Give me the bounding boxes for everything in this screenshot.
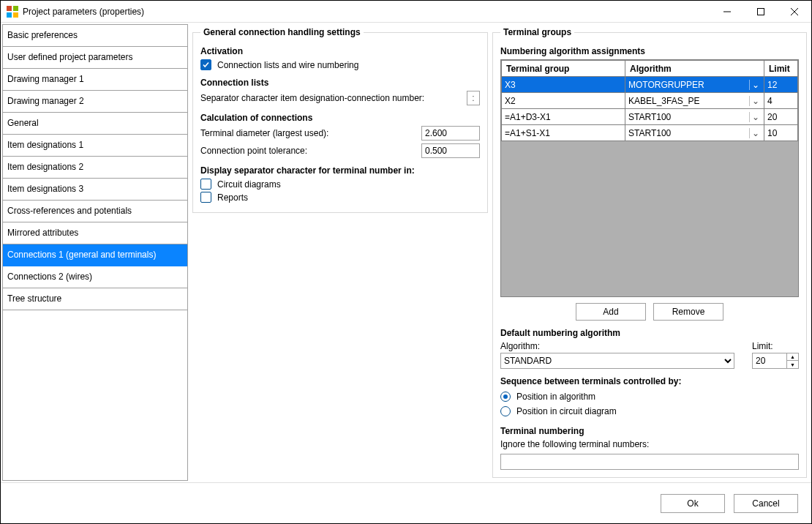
cell-terminal-group[interactable]: X3 bbox=[502, 77, 625, 93]
table-row[interactable]: X2KABEL_3FAS_PE⌄4 bbox=[502, 93, 798, 109]
display-sep-head: Display separator character for terminal… bbox=[200, 165, 480, 176]
sidebar-item[interactable]: Connections 2 (wires) bbox=[3, 266, 187, 288]
svg-rect-3 bbox=[13, 12, 18, 18]
sequence-head: Sequence between terminals controlled by… bbox=[500, 376, 799, 386]
calc-head: Calculation of connections bbox=[200, 113, 480, 123]
cell-terminal-group[interactable]: X2 bbox=[502, 93, 625, 109]
display-reports-checkbox[interactable] bbox=[200, 192, 211, 203]
sidebar-nav: Basic preferencesUser defined project pa… bbox=[2, 24, 188, 481]
cell-algorithm[interactable]: START100⌄ bbox=[625, 125, 764, 141]
default-algo-head: Default numbering algorithm bbox=[500, 328, 799, 338]
chevron-down-icon[interactable]: ⌄ bbox=[749, 112, 761, 122]
sidebar-item[interactable]: User defined project parameters bbox=[3, 47, 187, 69]
cell-limit[interactable]: 10 bbox=[764, 125, 798, 141]
sidebar-item[interactable]: Item designations 3 bbox=[3, 179, 187, 201]
numbering-assignments-head: Numbering algorithm assignments bbox=[500, 46, 799, 56]
assignments-table[interactable]: Terminal group Algorithm Limit X3MOTORGR… bbox=[500, 59, 799, 297]
chevron-down-icon[interactable]: ⌄ bbox=[749, 80, 761, 90]
connection-tolerance-input[interactable] bbox=[421, 143, 480, 158]
activation-head: Activation bbox=[200, 46, 480, 56]
window-title: Project parameters (properties) bbox=[23, 7, 144, 17]
svg-rect-4 bbox=[758, 8, 764, 15]
terminal-groups-group: Terminal groups Numbering algorithm assi… bbox=[492, 27, 807, 478]
svg-rect-1 bbox=[13, 6, 18, 11]
ignore-input[interactable] bbox=[500, 454, 799, 470]
main-area: General connection handling settings Act… bbox=[189, 24, 810, 481]
table-row[interactable]: X3MOTORGRUPPER⌄12 bbox=[502, 77, 798, 93]
default-limit-spinner[interactable]: ▲ ▼ bbox=[752, 353, 799, 369]
connection-lists-head: Connection lists bbox=[200, 78, 480, 88]
sidebar-item[interactable]: Basic preferences bbox=[3, 25, 187, 47]
radio-position-algorithm[interactable] bbox=[500, 392, 511, 402]
activation-checkbox[interactable] bbox=[200, 59, 211, 70]
activation-checkbox-label: Connection lists and wire numbering bbox=[217, 60, 358, 70]
chevron-down-icon[interactable]: ⌄ bbox=[749, 96, 761, 106]
ignore-label: Ignore the following terminal numbers: bbox=[500, 439, 799, 449]
general-settings-group: General connection handling settings Act… bbox=[192, 27, 488, 213]
connection-tolerance-label: Connection point tolerance: bbox=[200, 146, 421, 156]
dialog-footer: Ok Cancel bbox=[1, 482, 811, 523]
cell-terminal-group[interactable]: =A1+D3-X1 bbox=[502, 109, 625, 125]
remove-button[interactable]: Remove bbox=[653, 303, 723, 321]
separator-label: Separator character item designation-con… bbox=[200, 93, 467, 103]
sidebar-item[interactable]: Item designations 2 bbox=[3, 157, 187, 179]
body: Basic preferencesUser defined project pa… bbox=[1, 23, 811, 482]
default-limit-label: Limit: bbox=[752, 341, 799, 351]
sidebar-item[interactable]: Connections 1 (general and terminals) bbox=[3, 244, 187, 266]
sidebar-item[interactable]: General bbox=[3, 113, 187, 135]
svg-rect-2 bbox=[7, 12, 12, 18]
spin-down-icon[interactable]: ▼ bbox=[787, 361, 799, 369]
table-row[interactable]: =A1+D3-X1START100⌄20 bbox=[502, 109, 798, 125]
cell-algorithm[interactable]: KABEL_3FAS_PE⌄ bbox=[625, 93, 764, 109]
spin-up-icon[interactable]: ▲ bbox=[787, 353, 799, 361]
display-circuit-checkbox[interactable] bbox=[200, 179, 211, 190]
cancel-button[interactable]: Cancel bbox=[734, 494, 798, 513]
cell-algorithm[interactable]: MOTORGRUPPER⌄ bbox=[625, 77, 764, 93]
chevron-down-icon[interactable]: ⌄ bbox=[749, 128, 761, 138]
titlebar: Project parameters (properties) bbox=[1, 1, 811, 23]
general-settings-title: General connection handling settings bbox=[200, 27, 364, 37]
default-algo-select[interactable]: STANDARD bbox=[500, 353, 734, 369]
display-reports-label: Reports bbox=[217, 192, 248, 203]
table-row[interactable]: =A1+S1-X1START100⌄10 bbox=[502, 125, 798, 141]
col-algorithm[interactable]: Algorithm bbox=[625, 61, 764, 77]
cell-limit[interactable]: 12 bbox=[764, 77, 798, 93]
terminal-groups-title: Terminal groups bbox=[500, 27, 574, 37]
app-icon bbox=[7, 6, 18, 18]
terminal-diameter-label: Terminal diameter (largest used): bbox=[200, 128, 421, 138]
radio-position-algorithm-label: Position in algorithm bbox=[516, 392, 595, 402]
cell-limit[interactable]: 4 bbox=[764, 93, 798, 109]
separator-input[interactable] bbox=[467, 91, 480, 105]
maximize-button[interactable] bbox=[744, 1, 778, 23]
sidebar-item[interactable]: Cross-references and potentials bbox=[3, 201, 187, 222]
cell-limit[interactable]: 20 bbox=[764, 109, 798, 125]
sidebar-item[interactable]: Tree structure bbox=[3, 288, 187, 310]
window: Project parameters (properties) Basic pr… bbox=[0, 0, 812, 524]
radio-position-diagram[interactable] bbox=[500, 406, 511, 416]
default-limit-input[interactable] bbox=[752, 353, 787, 369]
default-algo-label: Algorithm: bbox=[500, 341, 734, 351]
svg-rect-0 bbox=[7, 6, 12, 11]
cell-algorithm[interactable]: START100⌄ bbox=[625, 109, 764, 125]
close-button[interactable] bbox=[778, 1, 811, 23]
terminal-numbering-head: Terminal numbering bbox=[500, 426, 799, 436]
display-circuit-label: Circuit diagrams bbox=[217, 179, 281, 190]
table-empty-area bbox=[501, 141, 798, 296]
minimize-button[interactable] bbox=[710, 1, 744, 23]
add-button[interactable]: Add bbox=[576, 303, 646, 321]
sidebar-item[interactable]: Item designations 1 bbox=[3, 135, 187, 157]
cell-terminal-group[interactable]: =A1+S1-X1 bbox=[502, 125, 625, 141]
col-terminal-group[interactable]: Terminal group bbox=[502, 61, 625, 77]
col-limit[interactable]: Limit bbox=[764, 61, 798, 77]
terminal-diameter-input[interactable] bbox=[421, 126, 480, 141]
sidebar-item[interactable]: Drawing manager 2 bbox=[3, 91, 187, 113]
sidebar-item[interactable]: Mirrored attributes bbox=[3, 222, 187, 244]
radio-position-diagram-label: Position in circuit diagram bbox=[516, 406, 617, 416]
ok-button[interactable]: Ok bbox=[661, 494, 725, 513]
sidebar-item[interactable]: Drawing manager 1 bbox=[3, 69, 187, 91]
